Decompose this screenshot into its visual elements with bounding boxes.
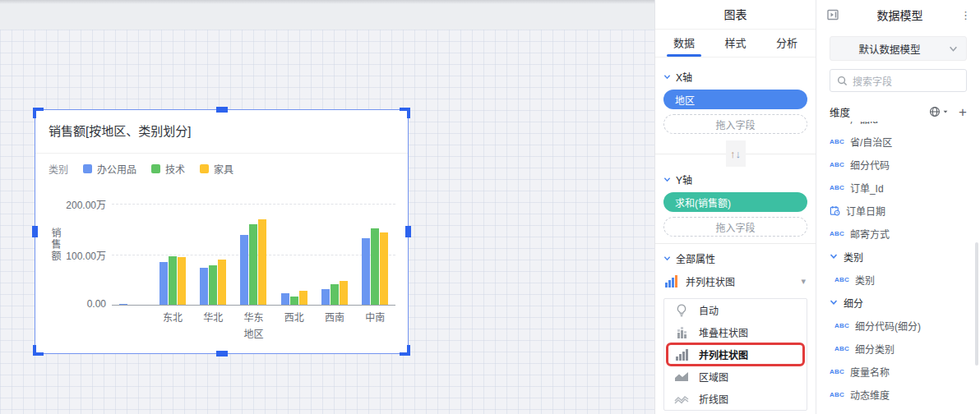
plot-bars xyxy=(112,218,395,305)
chevron-down-icon xyxy=(663,73,671,80)
bar[interactable] xyxy=(209,265,217,305)
legend-item[interactable]: 家具 xyxy=(200,162,233,176)
bar[interactable] xyxy=(362,238,370,305)
bar-group xyxy=(193,260,233,305)
resize-handle-top[interactable] xyxy=(216,107,228,113)
resize-handle-top-left[interactable] xyxy=(33,108,44,118)
kebab-menu-icon[interactable]: ⋮ xyxy=(960,9,970,21)
tab-样式[interactable]: 样式 xyxy=(724,30,746,57)
chart-type-option[interactable]: 堆叠柱状图 xyxy=(664,321,807,343)
chart-title: 销售额[按地区、类别划分] xyxy=(49,122,191,139)
bar[interactable] xyxy=(299,291,307,305)
field-item-label: 订单日期 xyxy=(846,204,885,218)
bar[interactable] xyxy=(218,260,226,305)
chart-type-option[interactable]: 区域图 xyxy=(664,366,807,388)
bar[interactable] xyxy=(380,232,388,305)
globe-filter-button[interactable] xyxy=(929,106,949,117)
bar[interactable] xyxy=(321,289,330,305)
x-category-label: 西南 xyxy=(314,310,354,324)
bar[interactable] xyxy=(340,281,348,305)
x-axis-labels: 东北华北华东西北西南中南 xyxy=(112,310,395,324)
field-item[interactable]: 类别 xyxy=(816,245,975,268)
x-axis-field-pill[interactable]: 地区 xyxy=(663,90,807,109)
y-axis-drop-zone[interactable]: 拖入字段 xyxy=(663,217,807,237)
bar[interactable] xyxy=(281,293,289,305)
x-axis-label: X轴 xyxy=(676,70,692,84)
bar-group xyxy=(314,281,354,305)
bar[interactable] xyxy=(240,235,248,305)
resize-handle-left[interactable] xyxy=(32,226,38,237)
field-search-input[interactable]: 搜索字段 xyxy=(830,69,967,92)
x-axis-section-header[interactable]: X轴 xyxy=(663,66,807,87)
field-item[interactable]: ABC产品Id xyxy=(816,122,975,130)
chart-type-option-label: 折线图 xyxy=(699,392,728,406)
resize-handle-top-right[interactable] xyxy=(400,108,410,118)
abc-icon: ABC xyxy=(834,345,849,352)
area-icon xyxy=(674,371,689,382)
bar[interactable] xyxy=(200,268,208,305)
field-item[interactable]: ABC细分代码(细分) xyxy=(816,314,975,337)
resize-handle-bottom-left[interactable] xyxy=(33,345,44,356)
field-item[interactable]: ABC动态维度 xyxy=(816,383,975,406)
chart-type-option[interactable]: 并列柱状图 xyxy=(664,343,807,366)
chart-type-dropdown[interactable]: 并列柱状图 ▾ xyxy=(663,269,807,293)
bar-group xyxy=(274,291,314,305)
x-axis-drop-zone[interactable]: 拖入字段 xyxy=(663,114,807,134)
tab-分析[interactable]: 分析 xyxy=(776,30,797,57)
bar[interactable] xyxy=(169,256,177,305)
config-tabs: 数据样式分析 xyxy=(655,30,816,58)
field-item-label: 类别 xyxy=(855,273,875,287)
search-icon xyxy=(837,76,848,86)
abc-icon: ABC xyxy=(830,368,844,375)
legend-item-label: 办公用品 xyxy=(97,162,136,176)
chart-type-option[interactable]: 自动 xyxy=(664,299,807,321)
bar[interactable] xyxy=(290,297,298,305)
bulb-icon xyxy=(674,304,689,317)
model-selector-value: 默认数据模型 xyxy=(830,41,949,57)
field-item[interactable]: 订单日期 xyxy=(816,199,975,222)
legend-item[interactable]: 技术 xyxy=(151,162,185,176)
chart-type-selected-label: 并列柱状图 xyxy=(686,274,793,288)
field-item[interactable]: ABC订单_Id xyxy=(816,176,975,199)
field-item-label: 省/自治区 xyxy=(850,135,892,149)
field-item[interactable]: ABC细分类别 xyxy=(816,337,975,360)
bar[interactable] xyxy=(258,219,266,305)
chart-widget[interactable]: 销售额[按地区、类别划分] 类别 办公用品技术家具 销售额 200.00万100… xyxy=(35,109,409,354)
y-axis-field-pill[interactable]: 求和(销售额) xyxy=(663,192,807,212)
field-item-label: 细分 xyxy=(844,296,863,310)
add-field-button[interactable]: + xyxy=(959,105,967,119)
chart-type-option[interactable]: 折线图 xyxy=(664,388,807,410)
y-axis-section-header[interactable]: Y轴 xyxy=(663,168,807,190)
legend-item[interactable]: 办公用品 xyxy=(83,162,136,176)
field-item[interactable]: ABC邮寄方式 xyxy=(816,222,975,245)
bar[interactable] xyxy=(178,257,186,305)
resize-handle-bottom-right[interactable] xyxy=(400,345,410,356)
legend-swatch-icon xyxy=(151,164,160,173)
chevron-down-icon xyxy=(830,252,838,260)
field-item[interactable]: 细分 xyxy=(816,291,975,314)
all-properties-header[interactable]: 全部属性 xyxy=(663,247,807,269)
x-category-label: 西北 xyxy=(274,310,314,324)
bar[interactable] xyxy=(331,284,339,305)
scrollbar-thumb[interactable] xyxy=(975,242,978,366)
swap-axes-button[interactable]: ↑↓ xyxy=(726,140,746,167)
field-item[interactable]: ABC细分代码 xyxy=(816,153,975,176)
chart-type-option-label: 并列柱状图 xyxy=(699,347,748,361)
model-selector[interactable]: 默认数据模型 xyxy=(830,36,967,61)
bar[interactable] xyxy=(371,228,379,305)
collapse-panel-icon[interactable] xyxy=(826,8,839,21)
resize-handle-right[interactable] xyxy=(405,226,411,237)
globe-icon xyxy=(929,106,941,117)
abc-icon: ABC xyxy=(834,276,849,283)
bar[interactable] xyxy=(159,262,168,305)
dashboard-canvas[interactable]: 销售额[按地区、类别划分] 类别 办公用品技术家具 销售额 200.00万100… xyxy=(0,0,655,414)
field-item[interactable]: ABC类别 xyxy=(816,268,975,291)
resize-handle-bottom[interactable] xyxy=(216,351,228,356)
field-item[interactable]: ABC省/自治区 xyxy=(816,130,975,153)
field-item[interactable]: ABC度量名称 xyxy=(816,360,975,383)
bar[interactable] xyxy=(249,224,257,305)
y-tick-label: 200.00万 xyxy=(35,197,106,211)
bar[interactable] xyxy=(119,304,127,305)
date-icon xyxy=(830,205,840,216)
tab-数据[interactable]: 数据 xyxy=(673,30,695,57)
